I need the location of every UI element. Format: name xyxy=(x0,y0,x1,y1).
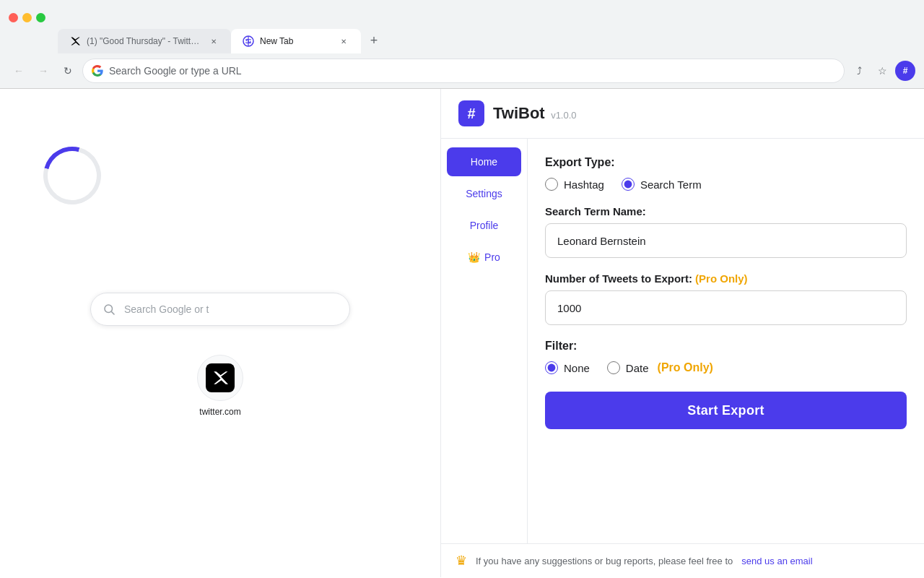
num-tweets-input[interactable] xyxy=(545,290,907,325)
export-type-label: Export Type: xyxy=(545,156,907,169)
svg-point-2 xyxy=(105,305,113,313)
x-logo xyxy=(206,363,235,392)
address-bar[interactable]: Search Google or type a URL xyxy=(82,59,845,83)
search-term-input[interactable] xyxy=(545,223,907,258)
ext-body: Home Settings Profile 👑 Pro Export Type: xyxy=(441,139,924,543)
sidebar-item-settings[interactable]: Settings xyxy=(447,179,521,208)
search-term-label: Search Term xyxy=(640,178,702,191)
twitter-favicon xyxy=(69,35,81,47)
newtab-favicon xyxy=(243,35,254,47)
footer-email-link[interactable]: send us an email xyxy=(741,556,812,566)
export-type-radio-group: Hashtag Search Term xyxy=(545,178,907,191)
twitter-tab[interactable]: (1) "Good Thursday" - Twitter... ✕ xyxy=(58,29,231,53)
new-tab-title: New Tab xyxy=(260,36,332,46)
spinner xyxy=(43,147,101,204)
close-traffic-light[interactable] xyxy=(9,13,18,22)
crown-icon: 👑 xyxy=(468,251,480,263)
twitter-shortcut-label: twitter.com xyxy=(199,407,240,417)
num-tweets-label-text: Number of Tweets to Export: xyxy=(545,272,692,285)
svg-line-3 xyxy=(111,311,114,314)
new-tab[interactable]: New Tab ✕ xyxy=(231,29,361,53)
twitter-shortcut[interactable]: twitter.com xyxy=(197,355,243,417)
twibot-title-group: TwiBot v1.0.0 xyxy=(493,104,577,123)
filter-date-pro-label: (Pro Only) xyxy=(658,361,713,374)
traffic-lights xyxy=(9,13,45,22)
search-icon xyxy=(103,303,116,316)
new-tab-search-text: Search Google or t xyxy=(124,303,209,315)
search-term-option[interactable]: Search Term xyxy=(622,178,702,191)
ext-footer: ♛ If you have any suggestions or bug rep… xyxy=(441,543,924,577)
x-icon xyxy=(212,370,228,386)
twitter-tab-title: (1) "Good Thursday" - Twitter... xyxy=(87,36,202,46)
extension-panel: # TwiBot v1.0.0 Home Settings Profile xyxy=(440,89,924,577)
address-bar-text: Search Google or type a URL xyxy=(109,65,242,77)
filter-date-label: Date xyxy=(626,362,649,374)
filter-none-option[interactable]: None xyxy=(545,361,590,374)
settings-label: Settings xyxy=(466,188,502,199)
search-term-radio[interactable] xyxy=(622,178,635,191)
maximize-traffic-light[interactable] xyxy=(36,13,45,22)
twibot-version: v1.0.0 xyxy=(551,110,576,121)
num-tweets-pro-label: (Pro Only) xyxy=(695,272,748,285)
hashtag-option[interactable]: Hashtag xyxy=(545,178,604,191)
search-term-name-label: Search Term Name: xyxy=(545,205,907,217)
toolbar-actions: ⤴ ☆ # xyxy=(849,61,915,81)
pro-label: Pro xyxy=(484,251,500,263)
filter-none-radio[interactable] xyxy=(545,361,558,374)
tabs-bar: (1) "Good Thursday" - Twitter... ✕ New T… xyxy=(0,29,924,53)
sidebar-item-home[interactable]: Home xyxy=(447,147,521,176)
filter-label: Filter: xyxy=(545,340,907,353)
footer-message: If you have any suggestions or bug repor… xyxy=(476,556,733,566)
twitter-tab-close[interactable]: ✕ xyxy=(208,35,219,47)
profile-circle[interactable]: # xyxy=(895,61,915,81)
reload-button[interactable]: ↻ xyxy=(58,61,78,81)
minimize-traffic-light[interactable] xyxy=(22,13,32,22)
filter-date-radio[interactable] xyxy=(607,361,620,374)
ext-main: Export Type: Hashtag Search Term Search … xyxy=(528,139,924,543)
back-button[interactable]: ← xyxy=(9,61,29,81)
sidebar-item-profile[interactable]: Profile xyxy=(447,211,521,240)
twibot-header: # TwiBot v1.0.0 xyxy=(441,89,924,139)
share-icon[interactable]: ⤴ xyxy=(849,61,869,81)
forward-button[interactable]: → xyxy=(33,61,53,81)
twitter-shortcut-icon xyxy=(197,355,243,401)
footer-crown-icon: ♛ xyxy=(456,553,467,569)
sidebar-item-pro[interactable]: 👑 Pro xyxy=(447,243,521,272)
twibot-title: TwiBot xyxy=(493,104,545,122)
toolbar: ← → ↻ Search Google or type a URL ⤴ ☆ # xyxy=(0,53,924,88)
filter-none-label: None xyxy=(564,362,590,374)
new-tab-search-box[interactable]: Search Google or t xyxy=(90,293,350,326)
new-tab-close[interactable]: ✕ xyxy=(338,35,349,47)
profile-label: Profile xyxy=(470,220,499,231)
filter-radio-group: None Date (Pro Only) xyxy=(545,361,907,374)
title-bar xyxy=(0,0,924,29)
twibot-logo: # xyxy=(458,100,484,126)
hashtag-label: Hashtag xyxy=(564,178,604,191)
page-content: Search Google or t twitter.com # TwiBot xyxy=(0,89,924,577)
open-new-tab-button[interactable]: + xyxy=(364,30,384,51)
start-export-button[interactable]: Start Export xyxy=(545,392,907,429)
new-tab-page: Search Google or t twitter.com xyxy=(0,89,440,577)
browser-chrome: (1) "Good Thursday" - Twitter... ✕ New T… xyxy=(0,0,924,89)
google-icon xyxy=(92,65,103,77)
ext-sidebar: Home Settings Profile 👑 Pro xyxy=(441,139,528,543)
filter-date-option[interactable]: Date (Pro Only) xyxy=(607,361,713,374)
bookmark-icon[interactable]: ☆ xyxy=(872,61,892,81)
home-label: Home xyxy=(471,156,497,168)
hashtag-radio[interactable] xyxy=(545,178,558,191)
num-tweets-label: Number of Tweets to Export: (Pro Only) xyxy=(545,272,907,285)
